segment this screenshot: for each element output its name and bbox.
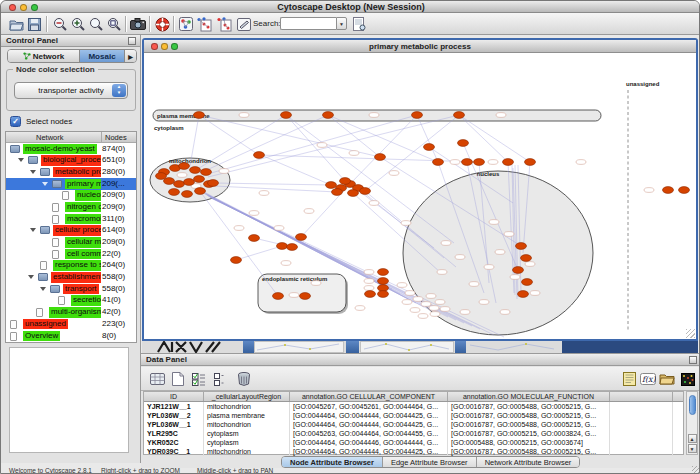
- network-label-node[interactable]: [401, 221, 411, 226]
- attribute-table[interactable]: ID_cellularLayoutRegionannotation.GO CEL…: [143, 391, 684, 455]
- tree-row[interactable]: secretion41(0): [6, 295, 136, 307]
- network-label-node[interactable]: [429, 306, 439, 311]
- network-label-node[interactable]: [289, 293, 299, 298]
- open-file-icon[interactable]: [7, 15, 25, 33]
- float-panel-icon[interactable]: [128, 37, 136, 45]
- network-node[interactable]: [679, 187, 690, 194]
- network-label-node[interactable]: [234, 226, 244, 231]
- tree-row[interactable]: cellular metabo209(0): [6, 237, 136, 249]
- network-label-node[interactable]: [496, 113, 506, 118]
- tree-row[interactable]: mosaic-demo-yeast874(0): [6, 143, 136, 155]
- network-node[interactable]: [201, 169, 212, 176]
- network-node[interactable]: [513, 267, 524, 274]
- search-dropdown-icon[interactable]: ▼: [336, 17, 347, 30]
- snapshot-camera-icon[interactable]: [129, 15, 147, 33]
- network-label-node[interactable]: [500, 310, 510, 315]
- network-edge[interactable]: [236, 246, 282, 260]
- network-label-node[interactable]: [364, 279, 374, 284]
- network-label-node[interactable]: [349, 151, 359, 156]
- layout-network-icon[interactable]: [215, 15, 233, 33]
- network-node[interactable]: [287, 244, 298, 251]
- table-row[interactable]: YDR039C__1mitochondrion[GO:0044464, GO:0…: [144, 447, 683, 456]
- tree-row[interactable]: multi-organism pro42(0): [6, 307, 136, 319]
- column-header[interactable]: _cellularLayoutRegion: [204, 392, 290, 401]
- column-header[interactable]: [610, 392, 673, 401]
- filter-network-icon[interactable]: [195, 15, 213, 33]
- annotation-icon[interactable]: [235, 15, 253, 33]
- network-node[interactable]: [503, 159, 514, 166]
- network-label-node[interactable]: [355, 306, 365, 311]
- network-view-window[interactable]: primary metabolic process plasma membran…: [142, 38, 698, 341]
- network-label-node[interactable]: [311, 281, 321, 286]
- network-label-node[interactable]: [364, 270, 374, 275]
- network-node[interactable]: [525, 159, 536, 166]
- network-label-node[interactable]: [369, 113, 379, 118]
- tree-row[interactable]: metabolic process280(0): [6, 166, 136, 178]
- view-resize-grip[interactable]: [686, 329, 695, 338]
- network-edge[interactable]: [214, 183, 331, 185]
- network-label-node[interactable]: [489, 220, 499, 225]
- save-session-icon[interactable]: [25, 15, 43, 33]
- network-node[interactable]: [194, 176, 205, 183]
- network-edge[interactable]: [417, 115, 438, 162]
- network-edge[interactable]: [286, 115, 454, 243]
- import-attributes-icon[interactable]: [658, 370, 676, 388]
- tab-network[interactable]: Network: [8, 50, 80, 62]
- network-label-node[interactable]: [484, 265, 494, 270]
- network-label-node[interactable]: [479, 300, 489, 305]
- network-label-node[interactable]: [317, 143, 327, 148]
- network-edge[interactable]: [204, 115, 417, 175]
- network-node[interactable]: [474, 159, 485, 166]
- network-label-node[interactable]: [440, 307, 450, 312]
- select-nodes-checkbox[interactable]: ✓: [10, 116, 21, 127]
- table-row[interactable]: YJR121W__1mitochondrion[GO:0045267, GO:0…: [144, 402, 683, 411]
- network-node[interactable]: [521, 255, 532, 262]
- attribute-heatmap-icon[interactable]: [679, 370, 697, 388]
- zoom-in-icon[interactable]: [69, 15, 87, 33]
- delete-attribute-icon[interactable]: [235, 370, 253, 388]
- network-node[interactable]: [522, 279, 533, 286]
- network-node[interactable]: [360, 188, 371, 195]
- network-node[interactable]: [433, 159, 444, 166]
- tree-row[interactable]: transport558(0): [6, 283, 136, 295]
- network-label-node[interactable]: [510, 275, 520, 280]
- network-node[interactable]: [190, 167, 201, 174]
- network-label-node[interactable]: [418, 314, 428, 319]
- network-label-node[interactable]: [389, 171, 399, 176]
- tree-row[interactable]: biological_process651(0): [6, 155, 136, 167]
- network-edge[interactable]: [459, 115, 508, 162]
- network-label-node[interactable]: [410, 308, 420, 313]
- network-label-node[interactable]: [397, 283, 407, 288]
- search-options-icon[interactable]: [350, 15, 368, 33]
- network-label-node[interactable]: [405, 291, 415, 296]
- network-node[interactable]: [378, 269, 389, 276]
- network-node[interactable]: [340, 178, 351, 185]
- network-label-node[interactable]: [281, 261, 291, 266]
- network-node[interactable]: [296, 234, 307, 241]
- network-node[interactable]: [378, 278, 389, 285]
- attribute-table-header[interactable]: ID_cellularLayoutRegionannotation.GO CEL…: [144, 392, 683, 402]
- network-node[interactable]: [164, 178, 175, 185]
- select-attributes-icon[interactable]: [190, 370, 208, 388]
- network-node[interactable]: [462, 159, 473, 166]
- table-row[interactable]: YPL036W__2plasma membrane[GO:0044464, GO…: [144, 411, 683, 420]
- network-canvas[interactable]: plasma membranecytoplasmmitochondrionnuc…: [144, 53, 696, 339]
- tree-row[interactable]: nucleobase-209(0): [6, 190, 136, 202]
- network-label-node[interactable]: [259, 191, 269, 196]
- network-node[interactable]: [458, 140, 469, 147]
- zoom-selected-region-icon[interactable]: [87, 15, 105, 33]
- network-node[interactable]: [179, 163, 190, 170]
- network-edge[interactable]: [200, 115, 328, 173]
- network-label-node[interactable]: [177, 173, 187, 178]
- network-label-node[interactable]: [455, 255, 465, 260]
- tab-mosaic[interactable]: Mosaic: [80, 50, 125, 62]
- attribute-editor-icon[interactable]: [620, 370, 638, 388]
- tab-edge-attribute-browser[interactable]: Edge Attribute Browser: [383, 457, 477, 467]
- network-node[interactable]: [378, 291, 389, 298]
- attribute-matrix-icon[interactable]: [148, 370, 166, 388]
- dropdown-stepper-icon[interactable]: ▲▼: [112, 84, 126, 97]
- network-node[interactable]: [518, 291, 529, 298]
- help-lifering-icon[interactable]: [153, 15, 171, 33]
- network-edge[interactable]: [196, 115, 286, 170]
- search-input[interactable]: [280, 17, 336, 30]
